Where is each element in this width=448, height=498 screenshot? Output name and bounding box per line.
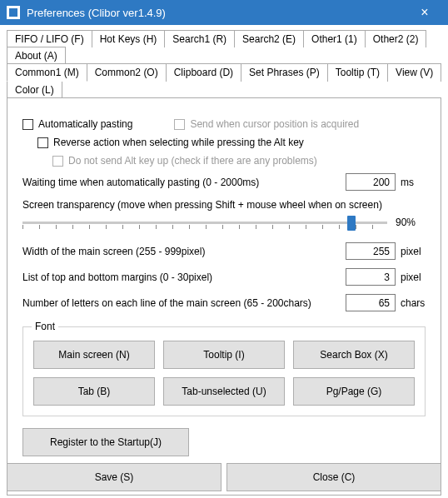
window-title: Preferences (Clibor ver1.4.9)	[27, 7, 408, 19]
app-icon	[7, 6, 20, 19]
label-width: Width of the main screen (255 - 999pixel…	[22, 246, 346, 257]
font-groupbox: Font Main screen (N)Tooltip (I)Search Bo…	[22, 326, 426, 416]
label-margins: List of top and bottom margins (0 - 30pi…	[22, 271, 346, 283]
tab-search1-r-[interactable]: Search1 (R)	[164, 30, 235, 47]
register-startup-button[interactable]: Register to the Startup(J)	[22, 428, 189, 456]
label-no-alt-keyup: Do not send Alt key up (check if there a…	[68, 155, 317, 167]
font-button-label-3: Tab (B)	[78, 386, 111, 397]
label-send-cursor: Send when cursor position is acquired	[190, 118, 359, 130]
font-button-2[interactable]: Search Box (X)	[293, 341, 415, 369]
tab-row-1: FIFO / LIFO (F)Hot Keys (H)Search1 (R)Se…	[7, 30, 441, 63]
font-button-4[interactable]: Tab-unselected (U)	[163, 377, 285, 406]
font-button-0[interactable]: Main screen (N)	[33, 341, 155, 369]
titlebar: Preferences (Clibor ver1.4.9) ×	[0, 0, 448, 25]
font-button-label-4: Tab-unselected (U)	[182, 386, 266, 397]
save-label: Save (S)	[95, 471, 134, 483]
tab-clipboard-d-[interactable]: Clipboard (D)	[166, 63, 241, 82]
tab-set-phrases-p-[interactable]: Set Phrases (P)	[241, 63, 328, 82]
font-legend: Font	[32, 321, 58, 332]
tab-about-a-[interactable]: About (A)	[7, 47, 66, 64]
unit-ms: ms	[401, 177, 426, 188]
font-button-3[interactable]: Tab (B)	[33, 377, 155, 406]
register-startup-label: Register to the Startup(J)	[50, 436, 162, 448]
tab-color-l-[interactable]: Color (L)	[7, 81, 62, 98]
checkbox-auto-paste[interactable]	[22, 119, 33, 130]
tab-fifo-lifo-f-[interactable]: FIFO / LIFO (F)	[7, 30, 92, 47]
unit-pixel-1: pixel	[401, 246, 426, 257]
tab-view-v-[interactable]: View (V)	[387, 63, 441, 82]
tab-row-2: Common1 (M)Common2 (O)Clipboard (D)Set P…	[7, 63, 441, 97]
input-wait-time[interactable]	[346, 173, 396, 191]
input-width[interactable]	[346, 242, 396, 260]
label-auto-paste: Automatically pasting	[38, 118, 132, 130]
tab-other1-1-[interactable]: Other1 (1)	[303, 30, 366, 47]
input-chars[interactable]	[346, 294, 396, 311]
label-wait-time: Waiting time when automatically pasting …	[22, 177, 346, 188]
input-margins[interactable]	[346, 268, 396, 286]
slider-transparency[interactable]	[22, 222, 387, 224]
font-button-label-1: Tooltip (I)	[203, 349, 244, 361]
tab-common2-o-[interactable]: Common2 (O)	[87, 63, 167, 82]
font-button-label-2: Search Box (X)	[320, 349, 387, 361]
checkbox-send-cursor	[174, 119, 185, 130]
close-icon[interactable]: ×	[408, 5, 441, 20]
tab-hot-keys-h-[interactable]: Hot Keys (H)	[92, 30, 166, 47]
tab-search2-e-[interactable]: Search2 (E)	[234, 30, 304, 47]
font-button-label-5: Pg/Page (G)	[326, 386, 382, 397]
close-button[interactable]: Close (C)	[226, 463, 441, 491]
unit-pixel-2: pixel	[401, 271, 426, 283]
label-transparency: Screen transparency (move when pressing …	[22, 199, 426, 211]
font-button-label-0: Main screen (N)	[58, 349, 129, 361]
tab-tooltip-t-[interactable]: Tooltip (T)	[327, 63, 388, 82]
label-reverse-alt: Reverse action when selecting while pres…	[53, 137, 304, 148]
transparency-value: 90%	[396, 217, 426, 228]
tab-common1-m-[interactable]: Common1 (M)	[7, 63, 87, 82]
checkbox-no-alt-keyup	[52, 156, 63, 167]
tab-other2-2-[interactable]: Other2 (2)	[365, 30, 427, 47]
checkbox-reverse-alt[interactable]	[37, 137, 48, 148]
unit-chars: chars	[401, 297, 426, 309]
label-chars: Number of letters on each line of the ma…	[22, 297, 346, 309]
slider-thumb[interactable]	[347, 216, 356, 231]
save-button[interactable]: Save (S)	[7, 463, 222, 491]
font-button-1[interactable]: Tooltip (I)	[163, 341, 285, 369]
tab-panel-common1: Automatically pasting Send when cursor p…	[7, 97, 441, 496]
font-button-5[interactable]: Pg/Page (G)	[293, 377, 415, 406]
close-label: Close (C)	[313, 471, 356, 483]
